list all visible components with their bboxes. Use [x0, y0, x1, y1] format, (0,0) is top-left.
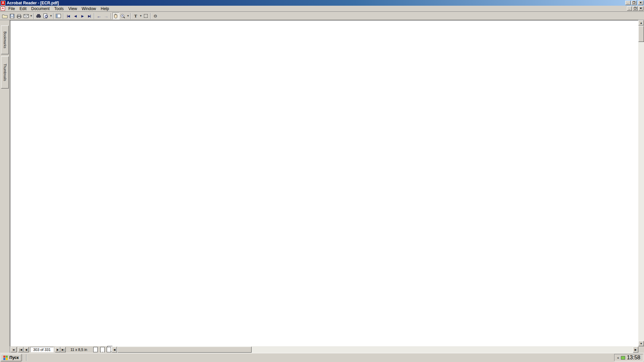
find-binoculars-button[interactable] — [35, 12, 42, 19]
window-title: Acrobat Reader - [ECR.pdf] — [7, 1, 59, 5]
doc-close-button[interactable]: ✕ — [638, 6, 643, 11]
open-folder-icon — [2, 14, 8, 18]
document-page — [10, 20, 638, 346]
horizontal-scroll-thumb[interactable] — [117, 347, 252, 353]
zoom-out-button[interactable]: ⊖ — [152, 12, 159, 19]
pane-splitter-button[interactable]: ◂▸ — [11, 347, 17, 352]
search-document-button[interactable] — [42, 12, 49, 19]
search-document-icon — [43, 13, 48, 18]
search-document-dropdown-icon[interactable]: ▼ — [50, 14, 52, 17]
zoom-tool-dropdown-icon[interactable]: ▼ — [127, 14, 129, 17]
page-number-field[interactable]: 303 of 331 — [30, 347, 54, 352]
prev-page-status-button[interactable]: ◀ — [23, 347, 29, 352]
prev-page-button[interactable]: ◀ — [72, 12, 79, 19]
last-page-button[interactable]: ▶| — [86, 12, 93, 19]
menu-document[interactable]: Document — [29, 6, 52, 11]
prev-page-icon: ◀ — [74, 14, 76, 18]
continuous-layout-button[interactable] — [99, 346, 106, 353]
open-folder-button[interactable] — [1, 12, 8, 19]
start-button[interactable]: Пуск — [1, 354, 21, 361]
hand-tool-icon — [113, 14, 118, 18]
clock: 13:58 — [627, 355, 640, 361]
wiring-diagram — [10, 20, 638, 346]
single-page-layout-button[interactable] — [92, 346, 99, 353]
zoom-tool-button[interactable] — [119, 12, 126, 19]
volume-tray-icon[interactable] — [621, 356, 625, 360]
scroll-left-arrow[interactable]: ◀ — [112, 347, 117, 353]
close-button[interactable]: ✕ — [638, 1, 643, 5]
taskbar: Пуск « 13:58 — [0, 353, 644, 362]
toolbar-separator — [150, 13, 151, 19]
first-page-icon: |◀ — [67, 14, 69, 18]
menu-window[interactable]: Window — [79, 6, 99, 11]
graphics-select-button[interactable] — [142, 12, 149, 19]
menu-view[interactable]: View — [66, 6, 79, 11]
first-page-status-button[interactable]: |◀ — [18, 347, 23, 352]
save-button[interactable] — [8, 12, 15, 19]
next-page-status-button[interactable]: ▶ — [55, 347, 60, 352]
toolbar-separator — [94, 13, 95, 19]
go-forward-button: → — [103, 12, 110, 19]
go-back-icon: ← — [97, 13, 101, 19]
text-select-dropdown-icon[interactable]: ▼ — [140, 14, 142, 17]
graphics-select-icon — [144, 14, 148, 18]
zoom-tool-icon — [120, 14, 125, 18]
go-forward-icon: → — [104, 13, 108, 19]
save-icon — [10, 14, 14, 18]
last-page-icon: ▶| — [88, 14, 91, 18]
send-mail-dropdown-icon[interactable]: ▼ — [30, 14, 33, 17]
next-page-icon: ▶ — [81, 14, 83, 18]
text-select-icon: T — [134, 13, 137, 19]
menu-bar: A FileEditDocumentToolsViewWindowHelp _ … — [0, 6, 644, 12]
toolbar-separator — [53, 13, 54, 19]
system-tray: « 13:58 — [614, 354, 643, 361]
scroll-down-arrow[interactable]: ▼ — [638, 341, 644, 346]
vertical-scroll-thumb[interactable] — [638, 26, 644, 42]
vertical-scrollbar[interactable]: ▲ ▼ — [638, 20, 644, 346]
print-button[interactable] — [15, 12, 22, 19]
doc-minimize-button[interactable]: _ — [627, 6, 632, 11]
scroll-up-arrow[interactable]: ▲ — [638, 20, 644, 25]
text-select-button[interactable]: T — [132, 12, 139, 19]
send-mail-button[interactable] — [22, 12, 30, 19]
toolbar: ▼▼|◀◀▶▶|←→▼T▼⊖ — [0, 12, 644, 20]
acrobat-reader-window: A Acrobat Reader - [ECR.pdf] _ ❐ ✕ A Fil… — [0, 0, 644, 362]
document-icon: A — [1, 6, 5, 11]
tab-thumbnails[interactable]: Thumbnails — [1, 56, 9, 88]
navigation-tab-strip: Bookmarks Thumbnails — [0, 20, 10, 346]
print-icon — [16, 14, 22, 18]
scroll-right-arrow[interactable]: ▶ — [633, 347, 638, 353]
minimize-button[interactable]: _ — [625, 1, 631, 5]
toolbar-separator — [63, 13, 64, 19]
horizontal-scrollbar[interactable]: ◀ ▶ — [112, 346, 638, 353]
next-page-button[interactable]: ▶ — [79, 12, 86, 19]
title-bar: A Acrobat Reader - [ECR.pdf] _ ❐ ✕ — [0, 0, 644, 6]
nav-pane-icon — [56, 14, 61, 18]
first-page-button[interactable]: |◀ — [65, 12, 72, 19]
hand-tool-button[interactable] — [112, 12, 119, 19]
doc-restore-button[interactable]: ❐ — [633, 6, 638, 11]
menu-help[interactable]: Help — [98, 6, 111, 11]
page-size-label: 11 x 8,5 in — [70, 348, 87, 352]
last-page-status-button[interactable]: ▶| — [60, 347, 66, 352]
toolbar-separator — [111, 13, 111, 19]
toolbar-separator — [130, 13, 131, 19]
windows-flag-icon — [3, 356, 8, 360]
scrollbar-corner — [638, 346, 644, 353]
find-binoculars-icon — [36, 14, 41, 18]
go-back-button[interactable]: ← — [96, 12, 103, 19]
toolbar-separator — [34, 13, 34, 19]
zoom-out-icon: ⊖ — [154, 13, 157, 18]
nav-pane-button[interactable] — [55, 12, 62, 19]
restore-button[interactable]: ❐ — [631, 1, 637, 5]
acrobat-app-icon: A — [1, 1, 5, 5]
menu-file[interactable]: File — [6, 6, 17, 11]
send-mail-icon — [23, 14, 29, 18]
tab-bookmarks[interactable]: Bookmarks — [1, 25, 9, 54]
tray-expand-icon[interactable]: « — [617, 356, 619, 360]
menu-edit[interactable]: Edit — [17, 6, 29, 11]
menu-tools[interactable]: Tools — [52, 6, 66, 11]
